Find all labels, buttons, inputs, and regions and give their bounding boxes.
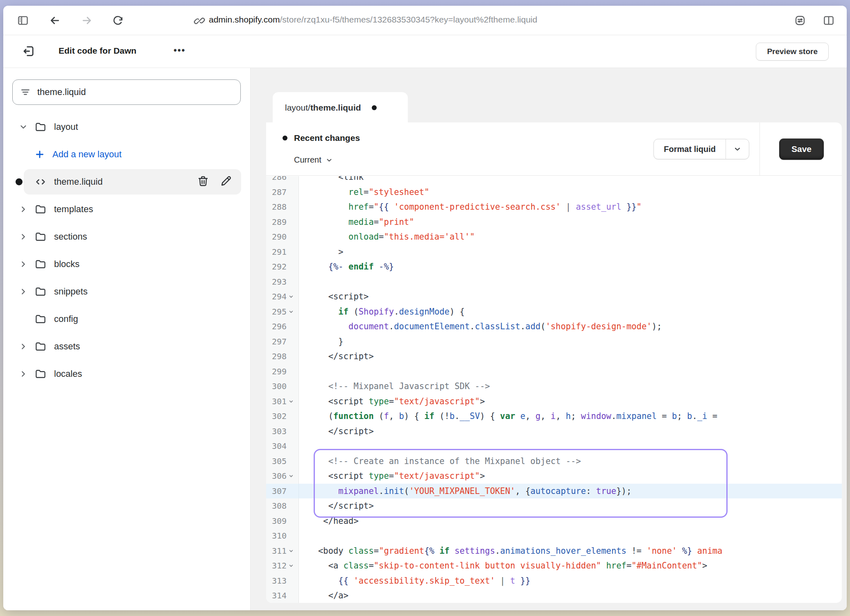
code-line-307[interactable]: 307mixpanel.init('YOUR_MIXPANEL_TOKEN', … bbox=[266, 484, 842, 499]
more-actions-button[interactable]: ••• bbox=[174, 45, 185, 56]
code-line-311[interactable]: 311<body class="gradient{% if settings.a… bbox=[266, 544, 842, 559]
line-number: 290 bbox=[272, 232, 287, 242]
code-line-300[interactable]: 300<!-- Mixpanel Javascript SDK --> bbox=[266, 379, 842, 394]
fold-toggle-icon[interactable] bbox=[288, 562, 295, 569]
chevron-right-icon[interactable] bbox=[18, 287, 29, 296]
line-number: 292 bbox=[272, 262, 287, 272]
preview-store-button[interactable]: Preview store bbox=[756, 43, 829, 61]
sidebar-item-locales[interactable]: locales bbox=[3, 363, 241, 385]
delete-file-icon[interactable] bbox=[197, 175, 209, 189]
sidebar-item-snippets[interactable]: snippets bbox=[3, 281, 241, 302]
code-line-309[interactable]: 309</head> bbox=[266, 514, 842, 529]
code-line-294[interactable]: 294<script> bbox=[266, 289, 842, 304]
line-number: 312 bbox=[272, 561, 287, 571]
code-text: </script> bbox=[299, 424, 842, 439]
sidebar-item-add-new-layout[interactable]: Add a new layout bbox=[3, 144, 241, 165]
file-search[interactable] bbox=[12, 79, 241, 105]
line-number: 306 bbox=[272, 471, 287, 481]
code-text: </script> bbox=[299, 349, 842, 364]
extensions-icon[interactable] bbox=[793, 13, 807, 28]
fold-toggle-icon[interactable] bbox=[288, 547, 295, 555]
code-line-296[interactable]: 296document.documentElement.classList.ad… bbox=[266, 319, 842, 334]
save-button[interactable]: Save bbox=[779, 138, 824, 160]
code-line-305[interactable]: 305<!-- Create an instance of the Mixpan… bbox=[266, 454, 842, 469]
code-text bbox=[299, 528, 842, 544]
code-line-292[interactable]: 292{%- endif -%} bbox=[266, 259, 842, 274]
reload-button-icon[interactable] bbox=[111, 13, 125, 28]
code-line-293[interactable]: 293 bbox=[266, 274, 842, 290]
code-line-297[interactable]: 297} bbox=[266, 334, 842, 349]
code-line-308[interactable]: 308</script> bbox=[266, 498, 842, 514]
gutter-cell: 308 bbox=[266, 498, 299, 514]
line-number: 289 bbox=[272, 217, 287, 227]
code-line-314[interactable]: 314</a> bbox=[266, 588, 842, 603]
sidebar-item-theme-liquid[interactable]: theme.liquid bbox=[3, 171, 241, 192]
code-line-302[interactable]: 302(function (f, b) { if (!b.__SV) { var… bbox=[266, 409, 842, 424]
gutter-cell: 300 bbox=[266, 379, 299, 394]
format-liquid-caret[interactable] bbox=[726, 139, 749, 159]
rename-file-icon[interactable] bbox=[220, 175, 232, 189]
file-sidebar: layoutAdd a new layouttheme.liquidtempla… bbox=[3, 68, 251, 610]
line-number: 297 bbox=[272, 337, 287, 346]
code-editor[interactable]: 286<link287rel="stylesheet"288href="{{ '… bbox=[266, 176, 842, 603]
search-input[interactable] bbox=[37, 87, 233, 97]
code-text: onload="this.media='all'" bbox=[299, 229, 842, 245]
address-bar[interactable]: admin.shopify.com/store/rzq1xu-f5/themes… bbox=[209, 15, 537, 25]
chevron-down-icon[interactable] bbox=[18, 122, 29, 131]
fold-toggle-icon[interactable] bbox=[288, 293, 295, 300]
forward-button-icon[interactable] bbox=[79, 13, 94, 28]
folder-icon bbox=[34, 258, 47, 270]
code-text: (function (f, b) { if (!b.__SV) { var e,… bbox=[299, 409, 842, 424]
fold-toggle-icon[interactable] bbox=[288, 308, 295, 315]
code-line-312[interactable]: 312<a class="skip-to-content-link button… bbox=[266, 558, 842, 573]
gutter-cell: 302 bbox=[266, 409, 299, 424]
version-dropdown[interactable]: Current bbox=[294, 155, 333, 165]
gutter-cell: 311 bbox=[266, 544, 299, 559]
code-line-304[interactable]: 304 bbox=[266, 439, 842, 454]
code-line-291[interactable]: 291> bbox=[266, 245, 842, 260]
code-line-288[interactable]: 288href="{{ 'component-predictive-search… bbox=[266, 199, 842, 215]
chevron-right-icon[interactable] bbox=[18, 342, 29, 351]
gutter-cell: 305 bbox=[266, 454, 299, 469]
sidebar-item-sections[interactable]: sections bbox=[3, 226, 241, 247]
url-host: admin.shopify.com bbox=[209, 15, 280, 24]
code-text bbox=[299, 439, 842, 454]
format-liquid-button[interactable]: Format liquid bbox=[654, 139, 726, 159]
gutter-cell: 291 bbox=[266, 245, 299, 260]
split-view-icon[interactable] bbox=[821, 13, 836, 28]
sidebar-item-config[interactable]: config bbox=[3, 308, 241, 330]
fold-toggle-icon[interactable] bbox=[288, 472, 295, 480]
chevron-right-icon[interactable] bbox=[18, 369, 29, 378]
sidebar-item-layout[interactable]: layout bbox=[3, 116, 241, 138]
code-line-298[interactable]: 298</script> bbox=[266, 349, 842, 364]
code-text: rel="stylesheet" bbox=[299, 185, 842, 200]
code-text: <a class="skip-to-content-link button vi… bbox=[299, 558, 842, 573]
code-line-289[interactable]: 289media="print" bbox=[266, 215, 842, 230]
code-line-301[interactable]: 301<script type="text/javascript"> bbox=[266, 394, 842, 409]
code-line-310[interactable]: 310 bbox=[266, 528, 842, 544]
code-line-303[interactable]: 303</script> bbox=[266, 424, 842, 439]
chevron-right-icon[interactable] bbox=[18, 232, 29, 241]
gutter-cell: 294 bbox=[266, 289, 299, 304]
sidebar-toggle-icon[interactable] bbox=[16, 13, 30, 28]
line-number: 291 bbox=[272, 247, 287, 257]
line-number: 308 bbox=[272, 501, 287, 511]
chevron-right-icon[interactable] bbox=[18, 260, 29, 269]
sidebar-item-blocks[interactable]: blocks bbox=[3, 254, 241, 275]
line-number: 310 bbox=[272, 531, 287, 541]
code-line-287[interactable]: 287rel="stylesheet" bbox=[266, 185, 842, 200]
code-line-313[interactable]: 313{{ 'accessibility.skip_to_text' | t }… bbox=[266, 573, 842, 589]
code-line-299[interactable]: 299 bbox=[266, 364, 842, 379]
code-line-290[interactable]: 290onload="this.media='all'" bbox=[266, 229, 842, 245]
chevron-right-icon[interactable] bbox=[18, 205, 29, 214]
sidebar-item-templates[interactable]: templates bbox=[3, 199, 241, 220]
code-line-286[interactable]: 286<link bbox=[266, 176, 842, 185]
sidebar-item-assets[interactable]: assets bbox=[3, 336, 241, 357]
exit-editor-icon[interactable] bbox=[22, 44, 38, 60]
fold-toggle-icon[interactable] bbox=[288, 398, 295, 405]
code-line-306[interactable]: 306<script type="text/javascript"> bbox=[266, 469, 842, 484]
tab-theme-liquid[interactable]: layout/theme.liquid bbox=[273, 92, 408, 123]
back-button-icon[interactable] bbox=[47, 13, 62, 28]
code-line-295[interactable]: 295if (Shopify.designMode) { bbox=[266, 304, 842, 319]
line-number: 299 bbox=[272, 367, 287, 376]
